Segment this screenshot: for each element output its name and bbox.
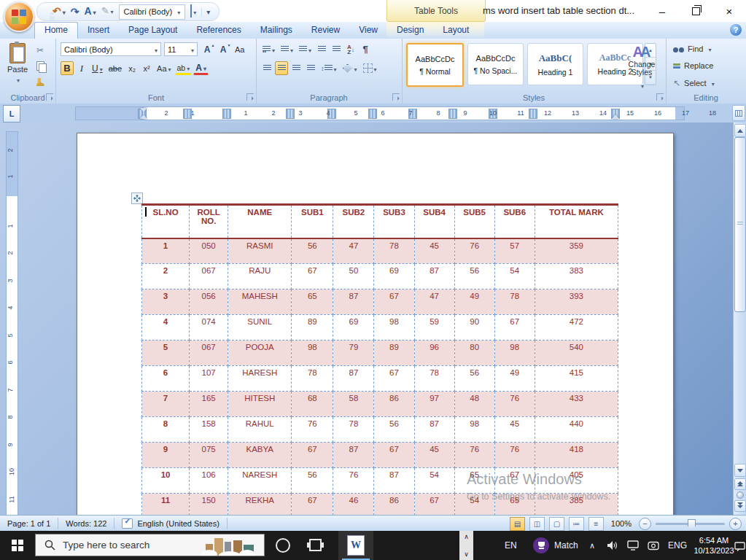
qat-font-combo[interactable]: Calibri (Body) bbox=[119, 4, 186, 20]
line-spacing-button[interactable]: ↕ bbox=[319, 61, 339, 75]
table-cell[interactable]: 86 bbox=[374, 494, 414, 516]
table-cell[interactable]: 98 bbox=[374, 315, 414, 341]
table-cell[interactable]: 074 bbox=[190, 315, 228, 341]
match-badge-icon[interactable] bbox=[533, 537, 549, 553]
table-move-handle[interactable] bbox=[131, 192, 143, 204]
table-cell[interactable]: 150 bbox=[190, 494, 228, 516]
web-layout-button[interactable]: ▢ bbox=[549, 517, 564, 531]
table-cell[interactable]: 056 bbox=[190, 289, 228, 315]
table-cell[interactable]: 50 bbox=[333, 264, 374, 289]
show-hide-button[interactable]: ¶ bbox=[359, 42, 372, 56]
draft-view-button[interactable]: ≡ bbox=[588, 517, 604, 531]
qat-format-painter-button[interactable]: ✎ bbox=[101, 6, 114, 18]
task-view-button[interactable] bbox=[309, 539, 322, 551]
table-cell[interactable]: 9 bbox=[142, 443, 190, 468]
table-cell[interactable]: RAJU bbox=[228, 264, 292, 289]
table-cell[interactable]: RAHUL bbox=[228, 417, 292, 443]
table-cell[interactable]: 67 bbox=[414, 494, 454, 516]
table-cell[interactable]: 10 bbox=[142, 468, 190, 494]
ribbon-tab[interactable]: Page Layout bbox=[119, 22, 187, 39]
change-styles-button[interactable]: AA Change Styles bbox=[621, 42, 663, 94]
table-cell[interactable]: 48 bbox=[454, 392, 494, 417]
numbering-button[interactable] bbox=[279, 42, 295, 56]
ribbon-tab[interactable]: References bbox=[187, 22, 250, 39]
sort-button[interactable]: AZ↓ bbox=[344, 42, 357, 56]
table-cell[interactable]: 6 bbox=[142, 366, 190, 392]
paste-dropdown[interactable] bbox=[17, 75, 20, 84]
font-color-button[interactable]: A bbox=[193, 61, 209, 75]
table-cell[interactable]: 45 bbox=[494, 417, 535, 443]
justify-button[interactable] bbox=[304, 61, 317, 75]
table-cell[interactable]: 67 bbox=[374, 289, 414, 315]
table-header-cell[interactable]: TOTAL MARK bbox=[535, 205, 618, 238]
table-cell[interactable]: MAHESH bbox=[228, 289, 292, 315]
table-cell[interactable]: 7 bbox=[142, 392, 190, 417]
table-cell[interactable]: 67 bbox=[374, 366, 414, 392]
font-color-dropdown[interactable] bbox=[203, 63, 206, 73]
table-cell[interactable]: 67 bbox=[374, 443, 414, 468]
table-column-marker[interactable] bbox=[529, 109, 537, 119]
first-line-indent-marker[interactable] bbox=[140, 108, 147, 112]
view-ruler-toggle[interactable] bbox=[732, 105, 745, 121]
decrease-indent-button[interactable] bbox=[315, 42, 328, 56]
table-cell[interactable]: 46 bbox=[333, 494, 374, 516]
table-header-cell[interactable]: SUB2 bbox=[333, 205, 374, 238]
shading-button[interactable] bbox=[341, 61, 360, 75]
select-button[interactable]: ↖ Select bbox=[673, 78, 715, 88]
qat-styles-dropdown[interactable] bbox=[93, 6, 96, 18]
ribbon-tab[interactable]: Layout bbox=[433, 22, 478, 39]
table-cell[interactable]: 393 bbox=[535, 289, 618, 315]
marks-table[interactable]: SL.NOROLL NO.NAMESUB1SUB2SUB3SUB4SUB5SUB… bbox=[141, 203, 618, 515]
table-cell[interactable]: 78 bbox=[494, 289, 535, 315]
table-header-cell[interactable]: SUB3 bbox=[374, 205, 414, 238]
notification-center-button[interactable] bbox=[734, 541, 745, 554]
grow-font-button[interactable]: A bbox=[201, 42, 214, 56]
table-cell[interactable]: 49 bbox=[454, 289, 494, 315]
table-cell[interactable]: 106 bbox=[190, 468, 228, 494]
table-cell[interactable]: HARESH bbox=[228, 366, 292, 392]
table-header-cell[interactable]: SL.NO bbox=[142, 205, 190, 238]
paragraph-dialog-launcher[interactable] bbox=[392, 93, 400, 101]
language-indicator[interactable]: English (United States) bbox=[114, 518, 228, 529]
table-cell[interactable]: 87 bbox=[333, 443, 374, 468]
ribbon-tab[interactable]: Design bbox=[387, 22, 433, 39]
table-cell[interactable]: 56 bbox=[292, 468, 333, 494]
font-name-dropdown[interactable] bbox=[155, 45, 158, 54]
document-page[interactable]: SL.NOROLL NO.NAMESUB1SUB2SUB3SUB4SUB5SUB… bbox=[77, 133, 674, 515]
redo-button[interactable]: ↷ bbox=[71, 7, 79, 17]
search-input[interactable] bbox=[61, 539, 195, 551]
table-header-cell[interactable]: ROLL NO. bbox=[190, 205, 228, 238]
table-cell[interactable]: 86 bbox=[374, 392, 414, 417]
scrollbar-thumb[interactable] bbox=[734, 137, 746, 312]
numbering-dropdown[interactable] bbox=[290, 45, 293, 54]
zoom-slider-thumb[interactable] bbox=[688, 519, 696, 530]
highlight-button[interactable]: ab bbox=[175, 61, 193, 75]
language-short-indicator[interactable]: EN bbox=[505, 531, 517, 560]
table-cell[interactable]: 415 bbox=[535, 366, 618, 392]
table-cell[interactable]: 76 bbox=[494, 392, 535, 417]
font-name-combo[interactable]: Calibri (Body) bbox=[61, 42, 161, 56]
table-cell[interactable]: 87 bbox=[374, 468, 414, 494]
start-button[interactable] bbox=[0, 531, 35, 560]
qat-table-dropdown[interactable] bbox=[193, 6, 196, 18]
office-button[interactable] bbox=[4, 1, 34, 32]
table-cell[interactable]: 78 bbox=[333, 417, 374, 443]
table-cell[interactable]: 98 bbox=[292, 341, 333, 366]
ribbon-tab[interactable]: Insert bbox=[78, 22, 119, 39]
table-cell[interactable]: 075 bbox=[190, 443, 228, 468]
table-cell[interactable]: 90 bbox=[454, 315, 494, 341]
align-center-button[interactable] bbox=[275, 61, 288, 75]
table-cell[interactable]: 4 bbox=[142, 315, 190, 341]
table-cell[interactable]: HITESH bbox=[228, 392, 292, 417]
increase-indent-button[interactable] bbox=[330, 42, 343, 56]
table-cell[interactable]: 359 bbox=[535, 238, 618, 264]
vertical-ruler[interactable]: 211234567891011 bbox=[6, 131, 18, 515]
table-column-marker[interactable] bbox=[368, 109, 377, 119]
styles-dialog-launcher[interactable] bbox=[656, 93, 664, 101]
table-cell[interactable]: 158 bbox=[190, 417, 228, 443]
table-header-cell[interactable]: SUB4 bbox=[414, 205, 454, 238]
font-size-combo[interactable]: 11 bbox=[164, 42, 198, 56]
style-gallery-item[interactable]: AaBbCcDc ¶ No Spaci... bbox=[467, 43, 524, 85]
replace-button[interactable]: Replace bbox=[673, 61, 713, 70]
table-cell[interactable]: 76 bbox=[292, 417, 333, 443]
